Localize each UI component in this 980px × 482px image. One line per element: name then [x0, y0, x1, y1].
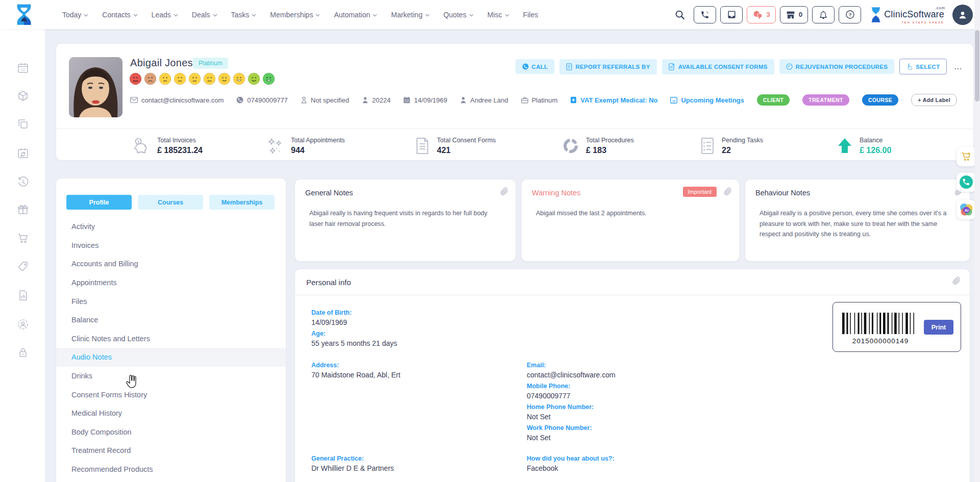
- mood-face-icon[interactable]: [188, 72, 201, 85]
- nav-misc[interactable]: Misc: [487, 11, 509, 19]
- attachment-icon[interactable]: [500, 187, 508, 196]
- mood-face-icon[interactable]: [218, 72, 231, 85]
- mood-face-icon[interactable]: [144, 72, 157, 85]
- cart-icon[interactable]: [17, 232, 29, 244]
- package-icon[interactable]: [17, 90, 29, 102]
- tab-courses[interactable]: Courses: [138, 195, 203, 210]
- store-button[interactable]: 0: [780, 6, 808, 23]
- add-label-button[interactable]: + Add Label: [911, 94, 957, 106]
- help-button[interactable]: ?: [839, 6, 861, 23]
- panel-item-appointments[interactable]: Appointments: [56, 273, 286, 292]
- nav-marketing[interactable]: Marketing: [391, 11, 429, 19]
- panel-item-accounts-billing[interactable]: Accounts and Billing: [56, 255, 286, 273]
- report-document-icon[interactable]: [17, 289, 29, 301]
- chat-button[interactable]: 3: [747, 6, 776, 23]
- vat-exempt-link[interactable]: VAT Exempt Medical: No: [570, 96, 657, 104]
- mood-face-icon[interactable]: [174, 72, 186, 85]
- patient-name: Abigail Jones: [130, 57, 193, 69]
- rejuvenation-procedures-button[interactable]: REJUVENATION PROCEDURES: [779, 59, 895, 74]
- panel-item-invoices[interactable]: Invoices: [56, 236, 286, 255]
- tab-memberships[interactable]: Memberships: [209, 195, 275, 210]
- ai-assistant-widget[interactable]: AI: [957, 200, 976, 219]
- mood-face-icon[interactable]: [262, 72, 275, 85]
- nav-contacts[interactable]: Contacts: [102, 11, 137, 19]
- label-treatment[interactable]: TREATMENT: [802, 94, 849, 106]
- phone-widget[interactable]: [957, 172, 976, 192]
- scrollbar[interactable]: [974, 0, 980, 482]
- document-icon: [413, 137, 431, 155]
- gp-value: Dr Whillier D E & Partners: [311, 464, 394, 472]
- attachment-icon[interactable]: [952, 276, 961, 285]
- print-button[interactable]: Print: [924, 320, 953, 335]
- panel-item-audio-notes[interactable]: Audio Notes: [56, 348, 286, 367]
- work-phone-label: Work Phone Number:: [527, 424, 592, 432]
- stat-total-invoices: $ Total Invoices£ 185231.24: [132, 137, 203, 155]
- patient-email[interactable]: contact@clinicsoftware.com: [130, 96, 224, 104]
- account-clock-icon[interactable]: [17, 318, 29, 331]
- mood-face-icon[interactable]: [203, 72, 216, 85]
- mood-face-icon[interactable]: [129, 72, 142, 85]
- nav-memberships[interactable]: Memberships: [270, 11, 320, 19]
- history-icon[interactable]: [17, 176, 29, 188]
- mood-face-icon[interactable]: [248, 72, 260, 85]
- select-button[interactable]: SELECT: [899, 59, 947, 74]
- copy-icon[interactable]: [17, 118, 29, 130]
- price-tag-icon[interactable]: [17, 261, 29, 273]
- dialer-button[interactable]: [694, 6, 716, 23]
- behaviour-notes-title: Behaviour Notes: [755, 189, 960, 197]
- panel-item-balance[interactable]: Balance: [56, 311, 286, 329]
- nav-tasks[interactable]: Tasks: [231, 11, 257, 19]
- icon-sidebar: 12: [0, 29, 45, 482]
- panel-item-consent-history[interactable]: Consent Forms History: [56, 385, 286, 404]
- patient-phone[interactable]: 07490009777: [236, 96, 288, 104]
- user-avatar[interactable]: [952, 5, 973, 25]
- briefcase-icon: [521, 97, 528, 104]
- panel-item-files[interactable]: Files: [56, 292, 286, 311]
- panel-item-treatment-record[interactable]: Treatment Record: [56, 441, 286, 460]
- consent-forms-button[interactable]: AVAILABLE CONSENT FORMS: [662, 59, 774, 74]
- upcoming-meetings-link[interactable]: 12 Upcoming Meetings: [670, 96, 744, 104]
- notifications-button[interactable]: [812, 6, 835, 23]
- nav-automation[interactable]: Automation: [334, 11, 377, 19]
- panel-item-body-composition[interactable]: Body Composition: [56, 423, 286, 442]
- calendar-icon[interactable]: 12: [17, 62, 29, 74]
- nav-deals[interactable]: Deals: [192, 11, 217, 19]
- more-actions-button[interactable]: ...: [954, 62, 962, 71]
- person-outline-icon: [301, 96, 307, 104]
- mood-face-icon[interactable]: [159, 72, 172, 85]
- mood-scale: [129, 72, 275, 85]
- clinicsoftware-hourglass-logo[interactable]: [12, 3, 36, 27]
- mood-face-icon[interactable]: [233, 72, 246, 85]
- label-course[interactable]: COURSE: [862, 94, 898, 106]
- svg-text:?: ?: [848, 12, 851, 17]
- gift-icon[interactable]: [17, 204, 29, 216]
- nav-leads[interactable]: Leads: [152, 11, 178, 19]
- store-count-badge: 0: [799, 11, 803, 18]
- scrollbar-thumb[interactable]: [975, 30, 979, 102]
- tab-profile[interactable]: Profile: [66, 195, 132, 210]
- call-button[interactable]: CALL: [516, 59, 555, 74]
- label-client[interactable]: CLIENT: [757, 94, 790, 106]
- panel-item-activity[interactable]: Activity: [56, 217, 286, 236]
- chat-count-badge: 3: [766, 11, 770, 18]
- patient-photo[interactable]: [69, 57, 122, 117]
- cart-widget[interactable]: [957, 147, 976, 166]
- nav-files[interactable]: Files: [523, 11, 538, 19]
- panel-item-drinks[interactable]: Drinks: [56, 367, 286, 386]
- panel-item-clinic-notes[interactable]: Clinic Notes and Letters: [56, 329, 286, 348]
- nav-today[interactable]: Today: [62, 11, 88, 19]
- report-referrals-button[interactable]: REPORT REFERRALS BY: [559, 59, 656, 74]
- attachment-icon[interactable]: [724, 187, 732, 196]
- search-icon[interactable]: [674, 9, 685, 20]
- panel-item-medical-history[interactable]: Medical History: [56, 404, 286, 423]
- phone-icon: [522, 63, 529, 70]
- nav-quotes[interactable]: Quotes: [444, 11, 474, 19]
- behaviour-notes-body: Abigail really is a positive person, eve…: [760, 208, 960, 240]
- patient-gender: Not specified: [301, 96, 349, 104]
- lock-icon[interactable]: [17, 346, 29, 359]
- calendar-sync-icon[interactable]: [17, 147, 29, 159]
- piggy-bank-icon: $: [132, 137, 151, 155]
- panel-item-recommended-products[interactable]: Recommended Products: [56, 460, 286, 479]
- inbox-button[interactable]: [720, 6, 743, 23]
- user-icon: [957, 9, 968, 20]
